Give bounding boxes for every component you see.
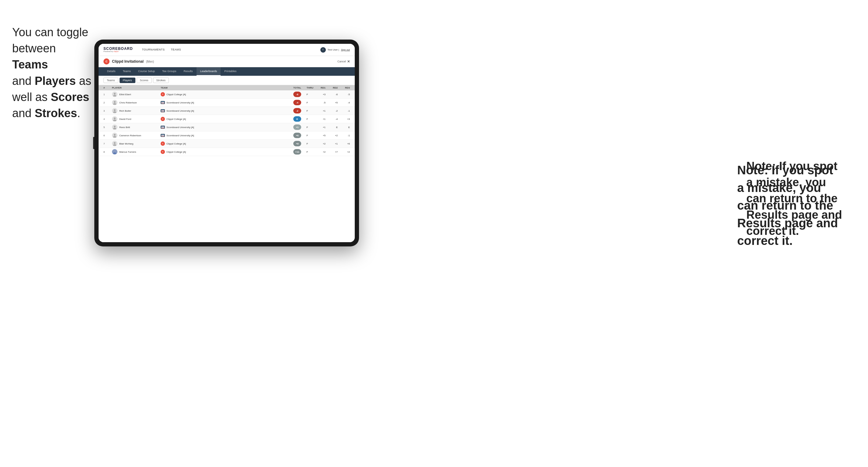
nav-tournaments[interactable]: TOURNAMENTS: [139, 44, 168, 56]
table-row: 3 Rich Butler Scoreboard University [A] …: [99, 107, 355, 115]
score-badge: -8: [293, 92, 301, 97]
svg-point-12: [113, 136, 116, 137]
total-cell: -8: [280, 92, 301, 97]
subtab-scores[interactable]: Scores: [136, 77, 152, 83]
score-badge: -4: [293, 100, 301, 105]
nav-teams[interactable]: TEAMS: [168, 44, 184, 56]
col-rd3: RD3: [338, 86, 350, 89]
rd2-cell: +1: [326, 143, 338, 145]
player-name: David Ford: [119, 118, 131, 121]
leaderboard-table: # PLAYER TEAM TOTAL THRU RD1 RD2 RD3 1 E…: [99, 85, 355, 242]
subtab-strokes[interactable]: Strokes: [153, 77, 169, 83]
team-logo-clippd: C: [161, 92, 165, 96]
nav-bar: SCOREBOARD Powered by clippd TOURNAMENTS…: [99, 44, 355, 56]
tab-leaderboards[interactable]: Leaderboards: [196, 67, 221, 76]
player-cell: Rees Britt: [112, 124, 161, 130]
player-name: Elliot Ebert: [119, 93, 131, 96]
team-name: Scoreboard University [A]: [166, 110, 194, 112]
subtab-teams[interactable]: Teams: [103, 77, 118, 83]
svg-point-3: [114, 101, 116, 103]
svg-point-2: [113, 95, 116, 96]
team-name: Clippd College [A]: [166, 93, 186, 96]
team-name: Clippd College [A]: [166, 118, 186, 121]
player-name: Marcus Turners: [119, 151, 136, 153]
team-name: Clippd College [A]: [166, 143, 186, 145]
tab-teams[interactable]: Teams: [119, 67, 135, 76]
signout-link[interactable]: Sign out: [341, 49, 350, 51]
rd1-cell: +2: [313, 143, 326, 145]
table-row: 7 Blair McHarg C Clippd College [A] +8 F…: [99, 139, 355, 148]
score-badge: +8: [293, 141, 301, 146]
total-cell: -2: [280, 108, 301, 114]
team-cell: Scoreboard University [A]: [161, 134, 280, 137]
subtab-players[interactable]: Players: [120, 77, 135, 83]
cancel-button[interactable]: Cancel ✕: [337, 60, 350, 64]
team-logo-clippd: C: [161, 150, 165, 154]
table-row: 1 Elliot Ebert C Clippd College [A] -8 F…: [99, 90, 355, 99]
rd1-cell: +1: [313, 110, 326, 112]
tablet-side-button: [93, 137, 94, 149]
team-logo-scoreboard: [161, 126, 165, 129]
team-name: Scoreboard University [A]: [166, 101, 194, 104]
avatar: [112, 108, 118, 114]
team-name: Scoreboard University [A]: [166, 134, 194, 137]
tab-details[interactable]: Details: [103, 67, 119, 76]
rank: 2: [103, 101, 112, 104]
rank: 5: [103, 126, 112, 129]
player-cell: Rich Butler: [112, 108, 161, 114]
team-name: Clippd College [A]: [166, 151, 186, 153]
total-cell: E: [280, 116, 301, 122]
player-name: Rees Britt: [119, 126, 130, 129]
table-row: 4 David Ford C Clippd College [A] E F +1…: [99, 115, 355, 123]
nav-user: T Test User | Sign out: [320, 47, 350, 53]
col-rd2: RD2: [326, 86, 338, 89]
rd1-cell: +1: [313, 118, 326, 121]
team-cell: Scoreboard University [A]: [161, 126, 280, 129]
tab-tee-groups[interactable]: Tee Groups: [158, 67, 180, 76]
rd3-cell: -5: [338, 93, 350, 96]
thru-cell: F: [301, 118, 313, 121]
rd3-cell: -4: [338, 101, 350, 104]
rd3-cell: +6: [338, 143, 350, 145]
svg-point-10: [113, 128, 116, 129]
rd3-cell: E: [338, 126, 350, 129]
player-cell: Elliot Ebert: [112, 92, 161, 97]
avatar: [112, 149, 118, 155]
team-logo-scoreboard: [161, 109, 165, 112]
rd1-cell: +3: [313, 93, 326, 96]
player-cell: Cameron Robertson: [112, 133, 161, 138]
col-thru: THRU: [301, 86, 313, 89]
team-logo-clippd: C: [161, 117, 165, 121]
team-cell: C Clippd College [A]: [161, 92, 280, 96]
tab-results[interactable]: Results: [180, 67, 196, 76]
tournament-logo: C: [103, 58, 110, 64]
rank: 1: [103, 93, 112, 96]
tournament-title: C Clippd Invitational (Men): [103, 58, 154, 64]
right-annotation-block: Note: If you spota mistake, youcan retur…: [737, 161, 859, 249]
user-label: Test User |: [328, 49, 339, 51]
table-row: 6 Cameron Robertson Scoreboard Universit…: [99, 131, 355, 139]
thru-cell: F: [301, 93, 313, 96]
total-cell: +1: [280, 124, 301, 130]
rd1-cell: +2: [313, 151, 326, 153]
team-cell: Scoreboard University [A]: [161, 101, 280, 104]
svg-point-5: [114, 109, 116, 111]
app-logo: SCOREBOARD Powered by clippd: [103, 47, 133, 53]
rd2-cell: -6: [326, 93, 338, 96]
player-cell: Blair McHarg: [112, 141, 161, 146]
rd2-cell: +5: [326, 101, 338, 104]
tab-printables[interactable]: Printables: [221, 67, 240, 76]
rd1-cell: +5: [313, 134, 326, 137]
avatar: [112, 116, 118, 122]
svg-point-1: [114, 93, 116, 95]
col-rank: #: [103, 86, 112, 89]
player-name: Rich Butler: [119, 110, 131, 112]
total-cell: -4: [280, 100, 301, 105]
rank: 7: [103, 143, 112, 145]
avatar: [112, 124, 118, 130]
score-badge: E: [293, 116, 301, 122]
total-cell: +8: [280, 141, 301, 146]
tab-course-setup[interactable]: Course Setup: [134, 67, 158, 76]
col-player: PLAYER: [112, 86, 161, 89]
rd2-cell: +7: [326, 151, 338, 153]
